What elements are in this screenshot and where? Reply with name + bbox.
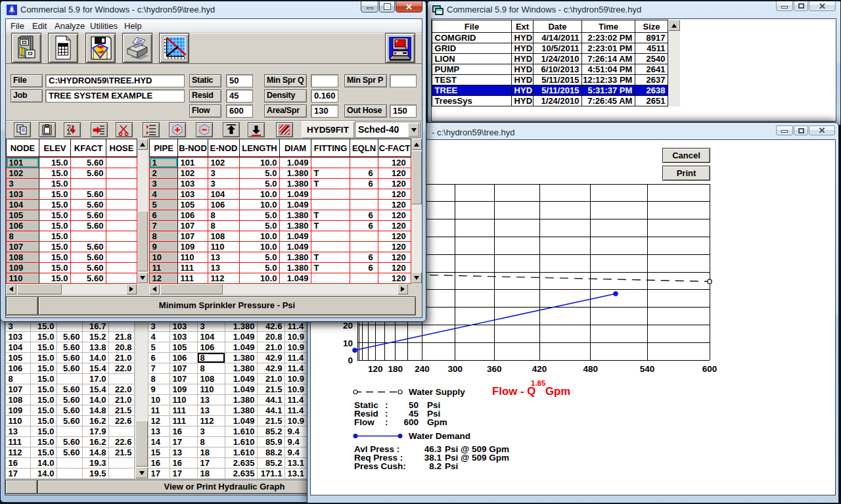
svg-text:120: 120 [368,364,383,374]
svg-text:600: 600 [702,364,717,374]
svg-text:Water Demand: Water Demand [409,431,470,441]
svg-text:420: 420 [532,364,547,374]
svg-text:Flow - Q: Flow - Q [492,385,535,398]
svg-text:Gpm: Gpm [545,385,570,398]
svg-text::: : [385,417,388,427]
svg-text:480: 480 [583,364,598,374]
svg-text:10: 10 [343,338,353,348]
svg-text:600: 600 [403,417,419,427]
svg-text:1.85: 1.85 [531,379,546,387]
svg-text:Gpm: Gpm [427,417,447,427]
svg-text:Flow: Flow [354,417,375,427]
svg-text:240: 240 [415,364,430,374]
svg-text:Psi: Psi [445,461,458,471]
svg-text:300: 300 [447,364,463,374]
svg-text:Press Cush:: Press Cush: [354,461,406,471]
svg-text:540: 540 [640,364,655,374]
svg-text:360: 360 [487,364,502,374]
svg-text:20: 20 [343,321,353,331]
svg-text:Water Supply: Water Supply [409,387,465,397]
svg-text:0: 0 [348,355,353,365]
svg-text:180: 180 [388,364,403,374]
svg-text:8.2: 8.2 [429,461,442,471]
